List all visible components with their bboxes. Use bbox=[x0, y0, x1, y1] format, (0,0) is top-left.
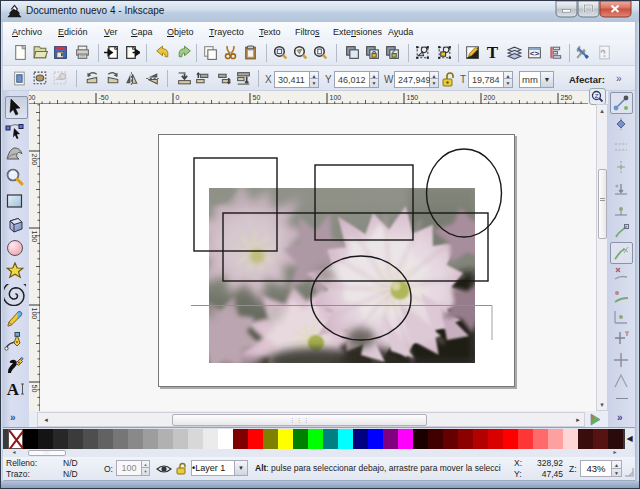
svg-text:0: 0 bbox=[176, 94, 180, 101]
svg-text:Z: Z bbox=[595, 93, 599, 99]
svg-text:50: 50 bbox=[253, 94, 261, 101]
svg-text:200: 200 bbox=[484, 94, 496, 101]
svg-text:T: T bbox=[487, 44, 499, 61]
svg-text:A: A bbox=[7, 380, 20, 399]
svg-text:150: 150 bbox=[31, 231, 38, 243]
svg-text:100: 100 bbox=[31, 308, 38, 320]
svg-text:200: 200 bbox=[31, 154, 38, 166]
svg-text:100: 100 bbox=[330, 94, 342, 101]
svg-text:<>: <> bbox=[530, 49, 540, 58]
svg-text:-50: -50 bbox=[99, 94, 109, 101]
svg-text:250: 250 bbox=[561, 94, 573, 101]
svg-text:50: 50 bbox=[31, 385, 38, 393]
svg-text:-100: -100 bbox=[29, 94, 36, 101]
svg-text:150: 150 bbox=[407, 94, 419, 101]
